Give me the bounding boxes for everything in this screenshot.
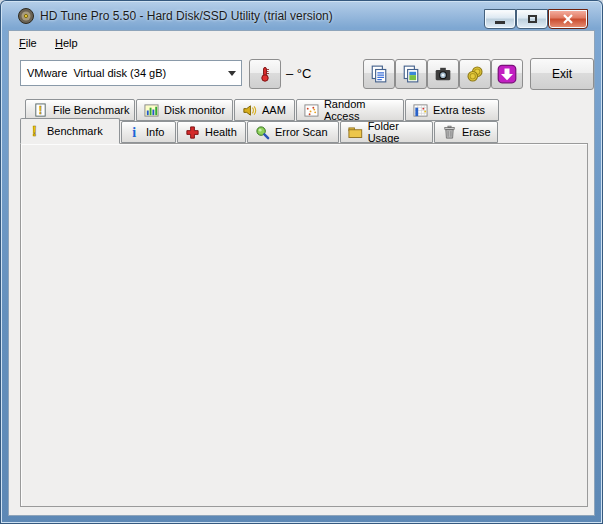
update-button[interactable]: [491, 59, 523, 89]
tab-disk-monitor[interactable]: Disk monitor: [136, 99, 233, 121]
random-access-icon: [304, 103, 319, 118]
screenshot-button[interactable]: [427, 59, 459, 89]
tab-label: Random Access: [324, 98, 403, 122]
maximize-icon: [528, 15, 537, 23]
copy-text-button[interactable]: [363, 59, 395, 89]
svg-text:i: i: [132, 125, 136, 140]
temperature-button[interactable]: [249, 59, 281, 89]
magnifier-icon: [255, 125, 270, 140]
tab-erase[interactable]: Erase: [434, 121, 498, 143]
tab-benchmark[interactable]: ! Benchmark: [20, 118, 120, 144]
copy-text-icon: [370, 65, 388, 83]
benchmark-tab-page: [20, 143, 588, 507]
tab-health[interactable]: Health: [177, 121, 246, 143]
tab-random-access[interactable]: Random Access: [296, 99, 404, 121]
camera-icon: [434, 65, 452, 83]
tab-label: AAM: [262, 104, 286, 116]
file-benchmark-icon: !: [33, 103, 48, 118]
disk-monitor-icon: [144, 103, 159, 118]
close-button[interactable]: [548, 9, 588, 29]
title-bar[interactable]: HD Tune Pro 5.50 - Hard Disk/SSD Utility…: [0, 0, 603, 30]
coins-icon: [466, 65, 484, 83]
drive-selector[interactable]: VMware Virtual disk (34 gB): [20, 60, 242, 86]
thermometer-icon: [257, 66, 273, 82]
tab-label: Disk monitor: [164, 104, 225, 116]
folder-icon: [348, 125, 363, 140]
tab-error-scan[interactable]: Error Scan: [247, 121, 339, 143]
window-title: HD Tune Pro 5.50 - Hard Disk/SSD Utility…: [40, 9, 333, 23]
tab-label: Error Scan: [275, 126, 328, 138]
tab-label: File Benchmark: [53, 104, 129, 116]
trash-icon: [442, 125, 457, 140]
copy-screenshot-button[interactable]: [395, 59, 427, 89]
tab-aam[interactable]: AAM: [234, 99, 295, 121]
copy-image-icon: [402, 65, 420, 83]
tab-label: Benchmark: [47, 125, 103, 137]
tab-extra-tests[interactable]: Extra tests: [405, 99, 499, 121]
drive-selector-value: VMware Virtual disk (34 gB): [27, 67, 166, 79]
tab-label: Erase: [462, 126, 491, 138]
tab-label: Health: [205, 126, 237, 138]
tab-info[interactable]: i Info: [121, 121, 176, 143]
menu-file[interactable]: File: [14, 35, 42, 51]
svg-text:!: !: [39, 104, 42, 115]
tab-folder-usage[interactable]: Folder Usage: [340, 121, 433, 143]
register-button[interactable]: [459, 59, 491, 89]
chevron-down-icon: [228, 71, 236, 80]
extra-tests-icon: [413, 103, 428, 118]
menu-help[interactable]: Help: [50, 35, 83, 51]
temperature-value: – °C: [286, 66, 311, 81]
exit-button[interactable]: Exit: [530, 58, 594, 90]
minimize-icon: [495, 21, 505, 24]
app-icon: [17, 7, 35, 25]
download-arrow-icon: [497, 64, 517, 84]
info-icon: i: [129, 125, 141, 140]
benchmark-icon: !: [28, 123, 42, 139]
app-window: HD Tune Pro 5.50 - Hard Disk/SSD Utility…: [0, 0, 603, 524]
minimize-button[interactable]: [484, 9, 516, 29]
svg-text:!: !: [32, 123, 37, 139]
maximize-button[interactable]: [516, 9, 548, 29]
tab-label: Extra tests: [433, 104, 485, 116]
close-icon: [563, 14, 573, 24]
tab-label: Folder Usage: [368, 120, 432, 144]
speaker-icon: [242, 103, 257, 118]
health-cross-icon: [185, 125, 200, 140]
tab-label: Info: [146, 126, 164, 138]
exit-button-label: Exit: [552, 67, 572, 81]
